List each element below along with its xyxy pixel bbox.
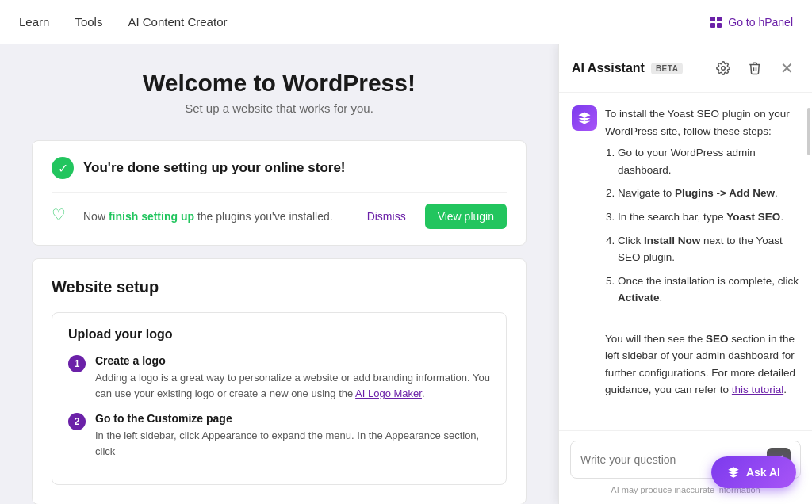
nav-learn[interactable]: Learn: [19, 15, 49, 29]
upload-logo-section: Upload your logo 1 Create a logo Adding …: [52, 312, 507, 485]
step-1-description: Adding a logo is a great way to personal…: [95, 370, 490, 401]
nav-tools[interactable]: Tools: [75, 15, 102, 29]
ai-logo-maker-link[interactable]: AI Logo Maker: [355, 388, 422, 399]
check-icon: ✓: [52, 157, 74, 179]
welcome-heading: Welcome to WordPress!: [32, 70, 527, 97]
step-1-title: Create a logo: [95, 354, 490, 367]
top-navigation: Learn Tools AI Content Creator Go to hPa…: [0, 0, 812, 44]
ai-step-1: Go to your WordPress admin dashboard.: [618, 144, 799, 178]
ai-step-2: Navigate to Plugins -> Add New.: [618, 185, 799, 202]
step-1-content: Create a logo Adding a logo is a great w…: [95, 354, 490, 401]
nav-ai-content-creator[interactable]: AI Content Creator: [128, 15, 227, 29]
view-plugins-button[interactable]: View plugin: [425, 204, 507, 229]
store-setup-title: You're done setting up your online store…: [83, 160, 346, 176]
ai-message-text: To install the Yoast SEO plugin on your …: [605, 105, 799, 399]
ai-step-5: Once the installation is complete, click…: [618, 273, 799, 307]
store-setup-header: ✓ You're done setting up your online sto…: [52, 157, 507, 179]
store-setup-body: ♡ Now finish setting up the plugins you'…: [52, 192, 507, 229]
ask-ai-floating-button[interactable]: Ask AI: [711, 456, 796, 488]
setup-message: Now finish setting up the plugins you've…: [83, 210, 348, 223]
step-2-content: Go to the Customize page In the left sid…: [95, 412, 490, 459]
step-2: 2 Go to the Customize page In the left s…: [68, 412, 490, 459]
website-setup-card: Website setup Upload your logo 1 Create …: [32, 258, 527, 504]
ai-step-4: Click Install Now next to the Yoast SEO …: [618, 232, 799, 266]
step-2-description: In the left sidebar, click Appearance to…: [95, 428, 490, 459]
step-number-1: 1: [68, 355, 86, 372]
bulb-icon: ♡: [52, 205, 74, 227]
nav-right: Go to hPanel: [710, 16, 793, 29]
step-2-title: Go to the Customize page: [95, 412, 490, 425]
ai-delete-button[interactable]: [742, 55, 768, 81]
welcome-section: Welcome to WordPress! Set up a website t…: [32, 70, 527, 115]
ai-message: To install the Yoast SEO plugin on your …: [572, 105, 799, 399]
ai-assistant-panel: AI Assistant BETA ✕: [558, 44, 812, 504]
finish-setting-up-link[interactable]: finish setting up: [109, 210, 194, 223]
ai-close-button[interactable]: ✕: [774, 55, 799, 81]
svg-point-0: [722, 67, 726, 71]
ai-step-3: In the search bar, type Yoast SEO.: [618, 208, 799, 226]
beta-badge: BETA: [651, 63, 683, 74]
tutorial-link[interactable]: this tutorial: [732, 384, 783, 395]
step-1: 1 Create a logo Adding a logo is a great…: [68, 354, 490, 401]
website-setup-title: Website setup: [52, 278, 507, 296]
hpanel-grid-icon: [710, 17, 722, 28]
ai-settings-button[interactable]: [710, 55, 736, 81]
main-area: Welcome to WordPress! Set up a website t…: [0, 44, 812, 504]
nav-links: Learn Tools AI Content Creator: [19, 15, 227, 29]
ai-panel-actions: ✕: [710, 55, 799, 81]
ai-avatar: [572, 105, 597, 131]
upload-logo-heading: Upload your logo: [68, 327, 490, 342]
ai-panel-title: AI Assistant: [572, 61, 645, 75]
ai-panel-header: AI Assistant BETA ✕: [559, 44, 812, 93]
page-content: Welcome to WordPress! Set up a website t…: [0, 44, 558, 504]
ai-chat-content[interactable]: To install the Yoast SEO plugin on your …: [559, 93, 812, 430]
step-number-2: 2: [68, 413, 86, 430]
go-to-hpanel-link[interactable]: Go to hPanel: [728, 16, 793, 29]
dismiss-button[interactable]: Dismiss: [358, 205, 416, 227]
store-setup-card: ✓ You're done setting up your online sto…: [32, 140, 527, 246]
welcome-subheading: Set up a website that works for you.: [32, 101, 527, 115]
